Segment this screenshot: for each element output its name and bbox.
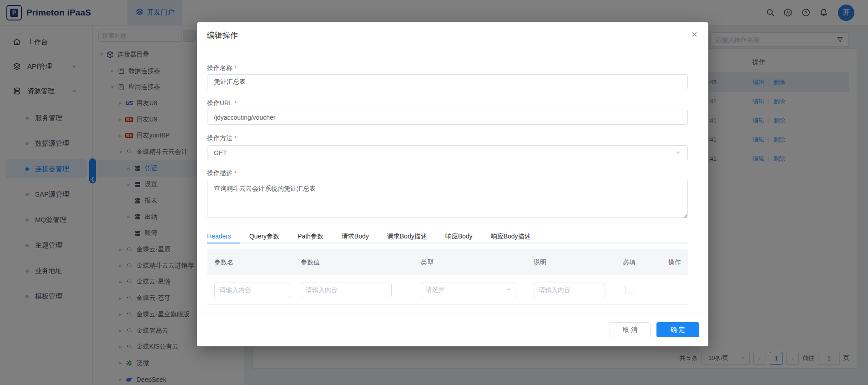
param-required-checkbox[interactable] — [625, 286, 632, 293]
required-asterisk: * — [234, 100, 237, 107]
tab-响应Body[interactable]: 响应Body — [436, 230, 482, 243]
resize-grip-icon[interactable] — [683, 214, 687, 218]
param-value-input[interactable] — [301, 283, 392, 297]
app-root: P Primeton iPaaS 开发门户 AI?开 工作台API管理资源管理服… — [0, 0, 868, 385]
operation-name-input[interactable] — [207, 74, 688, 89]
operation-method-select[interactable]: GET — [207, 145, 688, 160]
tab-Query参数[interactable]: Query参数 — [240, 230, 288, 243]
param-type-placeholder: 请选择 — [426, 286, 445, 294]
chevron-down-icon — [506, 286, 511, 294]
required-asterisk: * — [234, 65, 237, 72]
required-asterisk: * — [234, 135, 237, 142]
param-column-header: 类型 — [414, 258, 526, 267]
cancel-button[interactable]: 取 消 — [610, 322, 651, 337]
param-column-header: 说明 — [526, 258, 616, 267]
field-label-name: 操作名称* — [207, 64, 688, 73]
tab-Path参数[interactable]: Path参数 — [288, 230, 333, 243]
param-column-header: 参数值 — [293, 258, 414, 267]
param-column-header: 必填 — [616, 258, 661, 267]
param-table-header: 参数名参数值类型说明必填操作 — [207, 249, 688, 275]
chevron-down-icon — [676, 149, 681, 157]
close-icon[interactable]: × — [691, 30, 697, 40]
param-column-header: 参数名 — [207, 258, 293, 267]
dialog-header: 编辑操作 × — [197, 22, 708, 48]
dialog-footer: 取 消 确 定 — [197, 313, 708, 346]
required-asterisk: * — [234, 170, 237, 177]
param-type-select[interactable]: 请选择 — [421, 283, 516, 297]
param-desc-input[interactable] — [534, 283, 605, 297]
tab-Headers[interactable]: Headers — [207, 230, 240, 243]
tab-响应Body描述[interactable]: 响应Body描述 — [482, 230, 540, 243]
operation-url-input[interactable] — [207, 110, 688, 125]
tab-请求Body描述[interactable]: 请求Body描述 — [378, 230, 436, 243]
operation-description-textarea[interactable]: 查询精斗云云会计系统的凭证汇总表 — [207, 180, 688, 218]
field-label-description: 操作描述* — [207, 169, 688, 178]
dialog-body: 操作名称* 操作URL* 操作方法* GET 操作描述* 查询精斗云云会计系统的… — [197, 64, 708, 305]
param-tabs: HeadersQuery参数Path参数请求Body请求Body描述响应Body… — [207, 230, 688, 243]
dialog-title: 编辑操作 — [207, 30, 238, 41]
param-table-row: 请选择 — [207, 275, 688, 305]
confirm-button[interactable]: 确 定 — [656, 322, 699, 337]
field-label-url: 操作URL* — [207, 99, 688, 108]
param-column-header: 操作 — [661, 258, 688, 267]
edit-operation-dialog: 编辑操作 × 操作名称* 操作URL* 操作方法* GET 操作描述* — [197, 22, 708, 346]
method-value: GET — [214, 149, 227, 157]
param-name-input[interactable] — [214, 283, 290, 297]
field-label-method: 操作方法* — [207, 134, 688, 143]
tab-请求Body[interactable]: 请求Body — [333, 230, 378, 243]
